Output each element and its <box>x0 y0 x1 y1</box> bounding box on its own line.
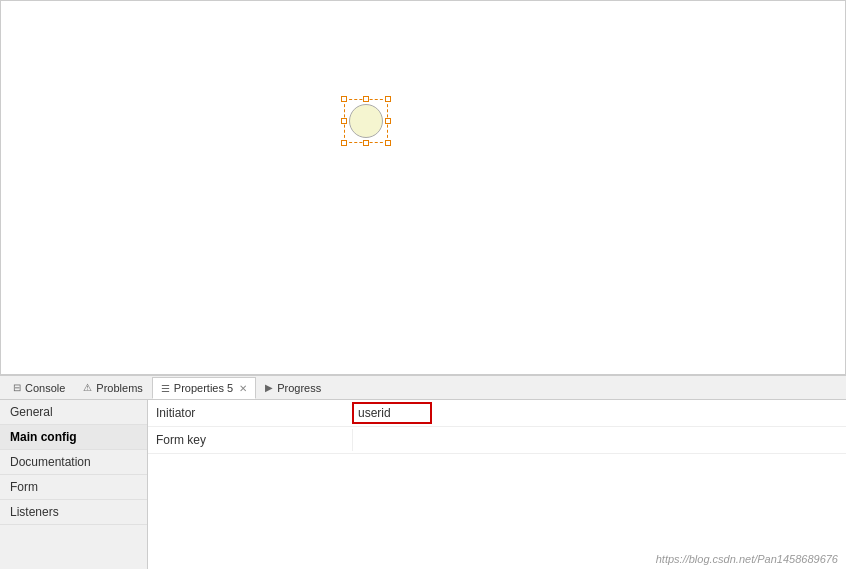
handle-right[interactable] <box>385 118 391 124</box>
watermark: https://blog.csdn.net/Pan1458689676 <box>656 553 838 565</box>
tab-bar: ⊟ Console ⚠ Problems ☰ Properties 5 ✕ ▶ … <box>0 376 846 400</box>
initiator-input[interactable] <box>352 402 432 424</box>
form-key-value[interactable] <box>348 427 846 453</box>
properties-close-icon[interactable]: ✕ <box>239 383 247 394</box>
handle-top-right[interactable] <box>385 96 391 102</box>
handle-bottom-left[interactable] <box>341 140 347 146</box>
tab-progress-label: Progress <box>277 382 321 394</box>
circle-shape[interactable] <box>349 104 383 138</box>
property-row-form-key: Form key <box>148 427 846 454</box>
properties-main: Initiator Form key https://blog.csdn.net… <box>148 400 846 569</box>
handle-top[interactable] <box>363 96 369 102</box>
tab-properties-label: Properties 5 <box>174 382 233 394</box>
handle-bottom-right[interactable] <box>385 140 391 146</box>
category-documentation[interactable]: Documentation <box>0 450 147 475</box>
category-general-label: General <box>10 405 53 419</box>
initiator-label: Initiator <box>148 402 348 424</box>
category-main-config[interactable]: Main config <box>0 425 147 450</box>
handle-bottom[interactable] <box>363 140 369 146</box>
category-documentation-label: Documentation <box>10 455 91 469</box>
form-key-label: Form key <box>148 429 348 451</box>
tab-problems-label: Problems <box>96 382 142 394</box>
tab-properties[interactable]: ☰ Properties 5 ✕ <box>152 377 256 399</box>
form-key-input[interactable] <box>352 429 842 451</box>
selection-handles <box>341 96 391 146</box>
category-main-config-label: Main config <box>10 430 77 444</box>
shape-container[interactable] <box>341 96 391 146</box>
category-sidebar: General Main config Documentation Form L… <box>0 400 148 569</box>
handle-left[interactable] <box>341 118 347 124</box>
tab-console-label: Console <box>25 382 65 394</box>
tab-console[interactable]: ⊟ Console <box>4 377 74 399</box>
category-listeners-label: Listeners <box>10 505 59 519</box>
handle-top-left[interactable] <box>341 96 347 102</box>
console-icon: ⊟ <box>13 382 21 393</box>
tab-progress[interactable]: ▶ Progress <box>256 377 330 399</box>
bottom-panel: ⊟ Console ⚠ Problems ☰ Properties 5 ✕ ▶ … <box>0 375 846 569</box>
progress-icon: ▶ <box>265 382 273 393</box>
properties-content: General Main config Documentation Form L… <box>0 400 846 569</box>
category-form[interactable]: Form <box>0 475 147 500</box>
canvas-area[interactable] <box>0 0 846 375</box>
properties-icon: ☰ <box>161 383 170 394</box>
tab-problems[interactable]: ⚠ Problems <box>74 377 151 399</box>
category-listeners[interactable]: Listeners <box>0 500 147 525</box>
initiator-value[interactable] <box>348 400 846 426</box>
property-row-initiator: Initiator <box>148 400 846 427</box>
category-general[interactable]: General <box>0 400 147 425</box>
problems-icon: ⚠ <box>83 382 92 393</box>
category-form-label: Form <box>10 480 38 494</box>
canvas-inner <box>31 1 845 374</box>
